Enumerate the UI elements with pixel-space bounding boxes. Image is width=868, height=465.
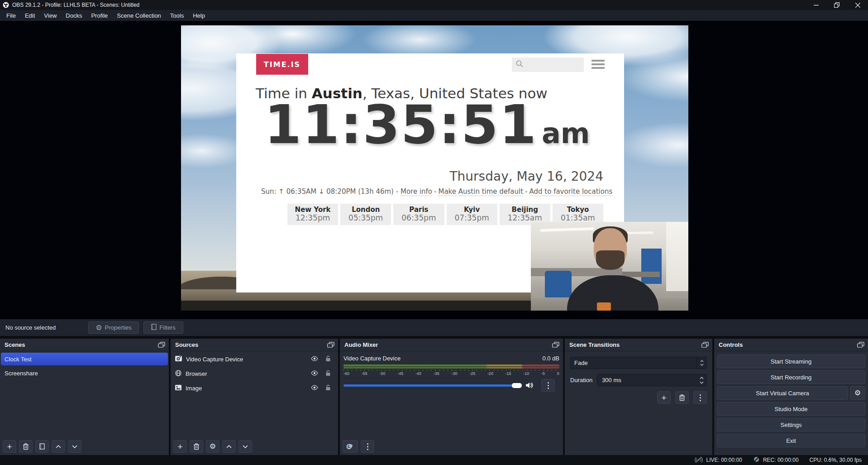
remove-source-button[interactable] <box>190 440 203 453</box>
timeis-clock: 11:35:51am <box>264 97 590 153</box>
chevron-up-icon <box>226 445 232 448</box>
mixer-channel-name: Video Capture Device <box>343 355 401 362</box>
remove-transition-button[interactable] <box>675 391 689 404</box>
sources-title: Sources <box>175 341 198 348</box>
meter-tick-marks <box>343 369 559 371</box>
scene-transitions-header: Scene Transitions <box>565 339 712 351</box>
start-virtual-camera-button[interactable]: Start Virtual Camera <box>717 386 848 400</box>
menu-file[interactable]: File <box>2 11 20 20</box>
eye-visible-icon[interactable] <box>311 370 318 377</box>
rec-time: REC: 00:00:00 <box>763 457 799 463</box>
duration-spin-arrows[interactable] <box>700 374 704 386</box>
start-recording-button[interactable]: Start Recording <box>717 370 865 384</box>
scene-transitions-panel: Scene Transitions Fade Duration 300 ms <box>565 339 712 455</box>
lock-icon[interactable] <box>325 370 331 378</box>
transition-select-arrows[interactable] <box>696 357 706 369</box>
source-properties-button[interactable]: ⚙ <box>206 440 219 453</box>
filter-icon <box>151 324 157 331</box>
volume-slider-handle[interactable] <box>512 383 522 388</box>
sources-panel: Sources Video Capture Device Browser Ima… <box>171 339 338 455</box>
chevron-down-icon <box>700 381 704 384</box>
add-source-button[interactable]: + <box>173 440 187 453</box>
filters-button[interactable]: Filters <box>143 321 183 334</box>
timeis-sun-info: Sun: ↑ 06:35AM ↓ 08:20PM (13h 46m) - Mor… <box>261 187 612 196</box>
chevron-down-icon <box>243 445 248 448</box>
city-box: New York12:35pm <box>287 204 338 225</box>
minimize-button[interactable] <box>806 0 826 10</box>
mixer-menu-button[interactable] <box>361 440 374 453</box>
preview-area: TIME.IS Time in Austin, Texas, United St… <box>0 21 868 319</box>
globe-icon <box>175 370 181 378</box>
settings-button[interactable]: Settings <box>717 418 865 431</box>
properties-button[interactable]: ⚙ Properties <box>88 321 139 334</box>
popout-icon[interactable] <box>158 342 165 348</box>
audio-mixer-panel: Audio Mixer Video Capture Device 0.0 dB … <box>340 339 563 455</box>
source-row-image[interactable]: Image <box>171 382 338 395</box>
lock-icon[interactable] <box>325 355 331 363</box>
advanced-audio-properties-button[interactable]: ⚙ ⚙ <box>343 440 358 453</box>
start-streaming-button[interactable]: Start Streaming <box>717 355 865 368</box>
move-scene-down-button[interactable] <box>68 440 81 453</box>
dual-gear-icon: ⚙ ⚙ <box>346 442 355 451</box>
scenes-toolbar: + <box>3 440 81 453</box>
menu-help[interactable]: Help <box>188 11 210 20</box>
obs-logo-icon <box>3 2 9 8</box>
controls-title: Controls <box>719 341 743 348</box>
chevron-up-icon <box>700 377 704 379</box>
add-scene-button[interactable]: + <box>3 440 16 453</box>
popout-icon[interactable] <box>857 342 864 348</box>
search-icon <box>515 60 524 70</box>
virtual-camera-settings-button[interactable]: ⚙ <box>850 386 865 400</box>
menu-docks[interactable]: Docks <box>61 11 86 20</box>
menu-view[interactable]: View <box>39 11 61 20</box>
mixer-channel-menu-button[interactable] <box>541 379 555 392</box>
move-scene-up-button[interactable] <box>52 440 65 453</box>
popout-icon[interactable] <box>552 342 559 348</box>
program-canvas[interactable]: TIME.IS Time in Austin, Texas, United St… <box>181 25 688 311</box>
timeis-search-input <box>512 58 584 72</box>
source-row-browser[interactable]: Browser <box>171 367 338 380</box>
more-info-link: More info <box>401 187 432 196</box>
scene-filters-button[interactable] <box>35 440 49 453</box>
popout-icon[interactable] <box>701 342 709 348</box>
move-source-up-button[interactable] <box>222 440 236 453</box>
transition-select[interactable]: Fade <box>570 357 707 369</box>
volume-slider[interactable] <box>343 384 521 387</box>
make-default-link: Make Austin time default <box>438 187 523 196</box>
city-box: Paris06:35pm <box>393 204 444 225</box>
lock-icon[interactable] <box>325 384 331 392</box>
status-bar: LIVE: 00:00:00 REC: 00:00:00 CPU: 0.6%, … <box>0 455 868 465</box>
transition-properties-button[interactable] <box>693 391 707 404</box>
mixer-db-value: 0.0 dB <box>542 355 559 362</box>
titlebar: OBS 29.1.2 - Profile: LLHLS BETA - Scene… <box>0 0 868 10</box>
menu-scene-collection[interactable]: Scene Collection <box>112 11 166 20</box>
timeis-meridiem: am <box>542 117 590 150</box>
menu-tools[interactable]: Tools <box>166 11 188 20</box>
studio-mode-button[interactable]: Studio Mode <box>717 402 865 416</box>
kebab-menu-icon <box>367 443 368 450</box>
speaker-icon[interactable] <box>525 382 534 389</box>
scene-item-screenshare[interactable]: Screenshare <box>1 367 168 379</box>
close-button[interactable] <box>847 0 868 10</box>
city-box: London05:35pm <box>340 204 391 225</box>
popout-icon[interactable] <box>327 342 334 348</box>
audio-mixer-header: Audio Mixer <box>340 339 563 351</box>
add-transition-button[interactable]: + <box>657 391 671 404</box>
chevron-up-icon <box>700 360 704 362</box>
move-source-down-button[interactable] <box>238 440 252 453</box>
duration-input[interactable]: 300 ms <box>597 374 707 386</box>
scene-item-clock-test[interactable]: Clock Test <box>1 353 168 365</box>
eye-visible-icon[interactable] <box>311 356 318 363</box>
live-time: LIVE: 00:00:00 <box>706 457 742 463</box>
menu-profile[interactable]: Profile <box>86 11 112 20</box>
no-source-selected-label: No source selected <box>5 324 56 331</box>
menu-edit[interactable]: Edit <box>20 11 39 20</box>
gear-icon: ⚙ <box>210 443 216 450</box>
mixer-toolbar: ⚙ ⚙ <box>343 440 374 453</box>
remove-scene-button[interactable] <box>19 440 33 453</box>
source-row-video-capture[interactable]: Video Capture Device <box>171 353 338 366</box>
sources-panel-header: Sources <box>171 339 338 351</box>
exit-button[interactable]: Exit <box>717 434 865 447</box>
restore-button[interactable] <box>826 0 847 10</box>
eye-visible-icon[interactable] <box>311 385 318 392</box>
